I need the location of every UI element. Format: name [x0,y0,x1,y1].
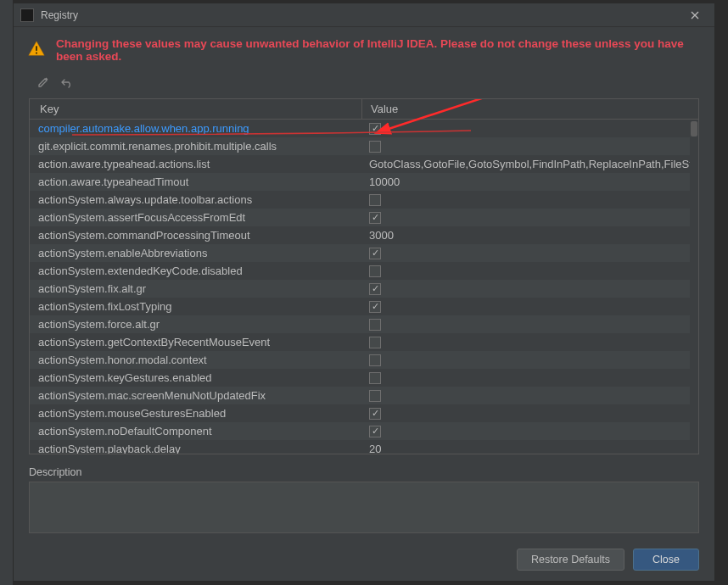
column-header-value[interactable]: Value [362,99,698,119]
cell-value[interactable] [362,283,698,295]
revert-button[interactable] [59,75,75,90]
titlebar: Registry [14,3,714,27]
checkbox[interactable] [369,248,381,259]
column-header-key[interactable]: Key [30,99,362,119]
checkbox[interactable] [369,141,381,153]
cell-value[interactable] [362,390,698,402]
cell-value[interactable]: GotoClass,GotoFile,GotoSymbol,FindInPath… [362,158,698,170]
cell-value[interactable] [362,141,698,153]
button-bar: Restore Defaults Close [14,533,714,581]
checkbox[interactable] [369,408,381,420]
cell-value[interactable] [362,372,698,384]
table-row[interactable]: actionSystem.playback.delay20 [30,440,698,454]
warning-text: Changing these values may cause unwanted… [56,37,701,63]
checkbox[interactable] [369,354,381,366]
checkbox[interactable] [369,372,381,384]
cell-key: actionSystem.honor.modal.context [30,354,362,366]
table-body: compiler.automake.allow.when.app.running… [30,120,698,454]
cell-key: actionSystem.playback.delay [30,443,362,454]
checkbox[interactable] [369,212,381,224]
app-icon [20,8,34,22]
table-row[interactable]: actionSystem.always.update.toolbar.actio… [30,191,698,209]
cell-key: action.aware.typeaheadTimout [30,176,362,188]
cell-key: actionSystem.getContextByRecentMouseEven… [30,336,362,348]
cell-key: actionSystem.always.update.toolbar.actio… [30,193,362,206]
checkbox[interactable] [369,265,381,277]
checkbox[interactable] [369,301,381,313]
cell-key: actionSystem.extendedKeyCode.disabled [30,265,362,277]
cell-key: action.aware.typeahead.actions.list [30,158,362,170]
table-row[interactable]: actionSystem.commandProcessingTimeout300… [30,226,698,244]
cell-key: actionSystem.commandProcessingTimeout [30,229,362,242]
window-close-button[interactable] [682,3,708,27]
cell-key: actionSystem.assertFocusAccessFromEdt [30,211,362,224]
checkbox[interactable] [369,390,381,402]
warning-bar: Changing these values may cause unwanted… [14,27,714,71]
table-row[interactable]: actionSystem.force.alt.gr [30,315,698,333]
cell-value[interactable] [362,354,698,366]
cell-key: actionSystem.keyGestures.enabled [30,371,362,384]
cell-value[interactable]: 3000 [362,229,698,242]
editor-gutter [0,0,13,585]
cell-key: git.explicit.commit.renames.prohibit.mul… [30,140,362,153]
table-row[interactable]: actionSystem.mouseGesturesEnabled [30,404,698,422]
checkbox[interactable] [369,123,381,135]
window-title: Registry [41,9,682,21]
registry-dialog: Registry Changing these values may cause… [13,3,715,582]
cell-key: actionSystem.fixLostTyping [30,300,362,313]
table-row[interactable]: actionSystem.fixLostTyping [30,298,698,315]
cell-key: actionSystem.mac.screenMenuNotUpdatedFix [30,389,362,402]
cell-value[interactable] [362,301,698,313]
registry-table: Key Value compiler.automake.allow.when.a… [29,98,699,454]
cell-value[interactable] [362,212,698,224]
checkbox[interactable] [369,337,381,348]
description-label: Description [14,461,714,482]
description-box [29,482,699,533]
cell-value[interactable] [362,408,698,420]
warning-icon [27,40,46,61]
cell-value[interactable] [362,248,698,259]
close-button[interactable]: Close [633,549,699,571]
table-row[interactable]: actionSystem.getContextByRecentMouseEven… [30,333,698,351]
scroll-thumb[interactable] [691,121,697,136]
table-row[interactable]: actionSystem.fix.alt.gr [30,280,698,298]
checkbox[interactable] [369,426,381,437]
cell-key: actionSystem.force.alt.gr [30,318,362,331]
cell-value[interactable]: 20 [362,443,698,454]
table-row[interactable]: actionSystem.noDefaultComponent [30,422,698,440]
cell-value[interactable] [362,194,698,206]
table-row[interactable]: actionSystem.keyGestures.enabled [30,369,698,387]
scrollbar[interactable] [690,120,698,454]
cell-value[interactable]: 10000 [362,176,698,188]
cell-value[interactable] [362,123,698,135]
edit-button[interactable] [36,75,51,90]
close-icon [691,11,699,20]
cell-value[interactable] [362,426,698,437]
table-row[interactable]: git.explicit.commit.renames.prohibit.mul… [30,137,698,155]
table-row[interactable]: actionSystem.assertFocusAccessFromEdt [30,209,698,226]
cell-value[interactable] [362,319,698,331]
checkbox[interactable] [369,194,381,206]
checkbox[interactable] [369,283,381,295]
cell-key: actionSystem.fix.alt.gr [30,282,362,295]
cell-key: actionSystem.noDefaultComponent [30,425,362,437]
cell-value[interactable] [362,337,698,348]
table-row[interactable]: action.aware.typeahead.actions.listGotoC… [30,155,698,173]
table-row[interactable]: actionSystem.mac.screenMenuNotUpdatedFix [30,387,698,404]
pencil-icon [37,76,49,88]
table-header: Key Value [30,99,698,120]
table-row[interactable]: action.aware.typeaheadTimout10000 [30,173,698,191]
table-row[interactable]: actionSystem.enableAbbreviations [30,244,698,262]
cell-key: actionSystem.enableAbbreviations [30,247,362,259]
svg-rect-1 [36,52,37,53]
checkbox[interactable] [369,319,381,331]
table-row[interactable]: actionSystem.extendedKeyCode.disabled [30,262,698,280]
table-row[interactable]: actionSystem.honor.modal.context [30,351,698,369]
svg-rect-0 [36,46,37,51]
table-row[interactable]: compiler.automake.allow.when.app.running [30,120,698,137]
undo-icon [61,76,73,88]
cell-key: compiler.automake.allow.when.app.running [30,122,362,135]
cell-value[interactable] [362,265,698,277]
toolbar [14,71,714,95]
restore-defaults-button[interactable]: Restore Defaults [517,549,624,571]
